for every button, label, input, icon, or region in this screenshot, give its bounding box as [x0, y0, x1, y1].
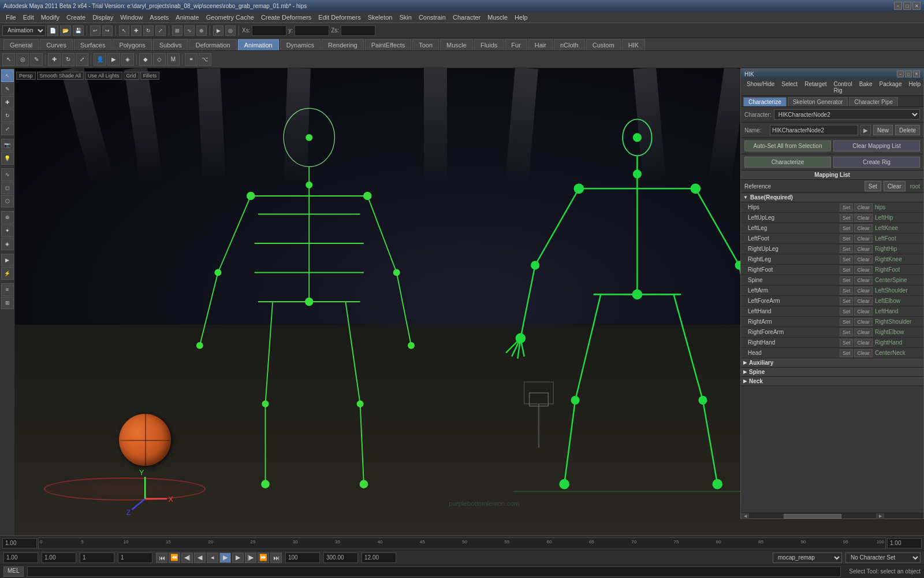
maximize-button[interactable]: □: [903, 2, 911, 10]
play-fwd-btn[interactable]: ▶: [219, 553, 231, 563]
hik-menu-showhide[interactable]: Show/Hide: [743, 80, 778, 94]
hik-new-btn[interactable]: New: [873, 125, 893, 135]
mel-python-toggle[interactable]: MEL: [3, 566, 24, 577]
animation-mode-select[interactable]: Animation: [2, 25, 46, 36]
tab-rendering[interactable]: Rendering: [322, 39, 364, 50]
range-end-field[interactable]: 100: [285, 553, 320, 563]
rotate-btn[interactable]: ↻: [143, 25, 154, 36]
tab-hik[interactable]: HIK: [622, 39, 645, 50]
minimize-button[interactable]: −: [894, 2, 902, 10]
char-icon-btn[interactable]: 👤: [94, 53, 106, 66]
hik-characterize-btn[interactable]: Characterize: [744, 157, 831, 168]
tab-painteffects[interactable]: PaintEffects: [365, 39, 412, 50]
bone-clear-lefthand[interactable]: Clear: [854, 307, 873, 316]
tab-fluids[interactable]: Fluids: [474, 39, 504, 50]
bone-set-leftforearm[interactable]: Set: [840, 297, 854, 305]
play-back-btn[interactable]: ◂: [207, 553, 218, 563]
menu-constrain[interactable]: Constrain: [415, 13, 449, 22]
new-scene-btn[interactable]: 📄: [47, 25, 58, 36]
coord-z-field[interactable]: [341, 25, 375, 36]
bone-set-leftupleg[interactable]: Set: [840, 214, 854, 222]
range-start-field[interactable]: 1: [118, 553, 152, 563]
tab-general[interactable]: General: [3, 39, 39, 50]
bone-set-leftfoot[interactable]: Set: [840, 235, 854, 243]
tab-hair[interactable]: Hair: [528, 39, 553, 50]
deform-left-btn[interactable]: ⊛: [1, 211, 14, 224]
rotate-left-btn[interactable]: ↻: [1, 109, 14, 122]
bone-set-spine[interactable]: Set: [840, 276, 854, 284]
menu-edit[interactable]: Edit: [20, 13, 38, 22]
hik-menu-help[interactable]: Help: [905, 80, 924, 94]
tab-polygons[interactable]: Polygons: [113, 39, 151, 50]
lasso-tool-btn[interactable]: ◎: [16, 53, 29, 66]
skeleton-left-btn[interactable]: ✦: [1, 224, 14, 237]
paint-left-btn[interactable]: ✎: [1, 83, 14, 95]
bone-set-leftarm[interactable]: Set: [840, 287, 854, 295]
bone-set-rightleg[interactable]: Set: [840, 255, 854, 264]
tab-custom[interactable]: Custom: [586, 39, 621, 50]
close-button[interactable]: ✕: [912, 2, 921, 10]
constraint-btn[interactable]: ⚭: [185, 53, 198, 66]
paint-select-btn[interactable]: ✎: [30, 53, 43, 66]
hik-menu-select[interactable]: Select: [778, 80, 801, 94]
tab-surfaces[interactable]: Surfaces: [74, 39, 111, 50]
current-time-field[interactable]: 1.00: [42, 553, 76, 563]
scale-btn[interactable]: ⤢: [155, 25, 166, 36]
hik-character-select[interactable]: HIKCharacterNode2: [774, 109, 920, 120]
vp-grid-btn[interactable]: Grid: [124, 72, 139, 80]
frame-field[interactable]: 1: [80, 553, 114, 563]
move-left-btn[interactable]: ✚: [1, 96, 14, 109]
prev-frame-btn[interactable]: ◀: [194, 553, 206, 563]
hik-tab-characterize[interactable]: Characterize: [743, 97, 787, 106]
bone-clear-rightfoot[interactable]: Clear: [854, 266, 873, 274]
bone-clear-leftfoot[interactable]: Clear: [854, 235, 873, 243]
hik-nav-arrow[interactable]: ▶: [860, 125, 871, 135]
ref-clear-btn[interactable]: Clear: [884, 181, 906, 191]
ipr-btn[interactable]: ◎: [225, 25, 236, 36]
menu-character[interactable]: Character: [449, 13, 484, 22]
bone-clear-rightleg[interactable]: Clear: [854, 255, 873, 264]
hik-delete-btn[interactable]: Delete: [895, 125, 920, 135]
menu-create[interactable]: Create: [63, 13, 89, 22]
bone-clear-spine[interactable]: Clear: [854, 276, 873, 284]
time-end-field[interactable]: 1.00: [887, 538, 922, 549]
bone-set-rightarm[interactable]: Set: [840, 318, 854, 326]
bone-clear-head[interactable]: Clear: [854, 349, 873, 357]
next-key-btn[interactable]: |▶: [245, 553, 256, 563]
section-neck[interactable]: ▶ Neck: [741, 377, 923, 386]
vp-perspective-btn[interactable]: Persp: [16, 72, 36, 80]
bone-clear-rightarm[interactable]: Clear: [854, 318, 873, 326]
hscroll-left-btn[interactable]: ◀: [741, 513, 749, 519]
snap-grid-btn[interactable]: ⊞: [172, 25, 182, 36]
menu-display[interactable]: Display: [89, 13, 117, 22]
playback-end-field[interactable]: 300.00: [323, 553, 358, 563]
menu-geometry-cache[interactable]: Geometry Cache: [203, 13, 258, 22]
bone-set-rightforearm[interactable]: Set: [840, 328, 854, 336]
bone-clear-leftarm[interactable]: Clear: [854, 287, 873, 295]
section-auxiliary[interactable]: ▶ Auxiliary: [741, 358, 923, 368]
bone-set-rightfoot[interactable]: Set: [840, 266, 854, 274]
tab-fur[interactable]: Fur: [505, 39, 527, 50]
bone-clear-leftleg[interactable]: Clear: [854, 224, 873, 232]
bone-clear-rightforearm[interactable]: Clear: [854, 328, 873, 336]
curve-left-btn[interactable]: ∿: [1, 168, 14, 181]
hik-name-input[interactable]: [770, 125, 858, 135]
select-tool-btn[interactable]: ↖: [2, 53, 15, 66]
menu-help[interactable]: Help: [511, 13, 531, 22]
hik-bottom-scrollbar[interactable]: ◀ ▶: [741, 513, 923, 518]
hik-menu-package[interactable]: Package: [876, 80, 906, 94]
hik-clear-mapping-btn[interactable]: Clear Mapping List: [833, 140, 920, 151]
bone-set-hips[interactable]: Set: [840, 203, 854, 212]
move-tool-btn[interactable]: ✚: [48, 53, 61, 66]
poly-left-btn[interactable]: ⬡: [1, 195, 14, 208]
tab-curves[interactable]: Curves: [40, 39, 73, 50]
render-btn[interactable]: ▶: [213, 25, 223, 36]
rotate-tool-btn[interactable]: ↻: [62, 53, 74, 66]
menu-file[interactable]: File: [2, 13, 20, 22]
bone-clear-righthand[interactable]: Clear: [854, 339, 873, 347]
hik-maximize-btn[interactable]: □: [905, 71, 912, 77]
menu-skeleton[interactable]: Skeleton: [364, 13, 396, 22]
dynamics-left-btn[interactable]: ⚡: [1, 267, 14, 280]
bone-set-righthand[interactable]: Set: [840, 339, 854, 347]
menu-edit-deformers[interactable]: Edit Deformers: [315, 13, 364, 22]
